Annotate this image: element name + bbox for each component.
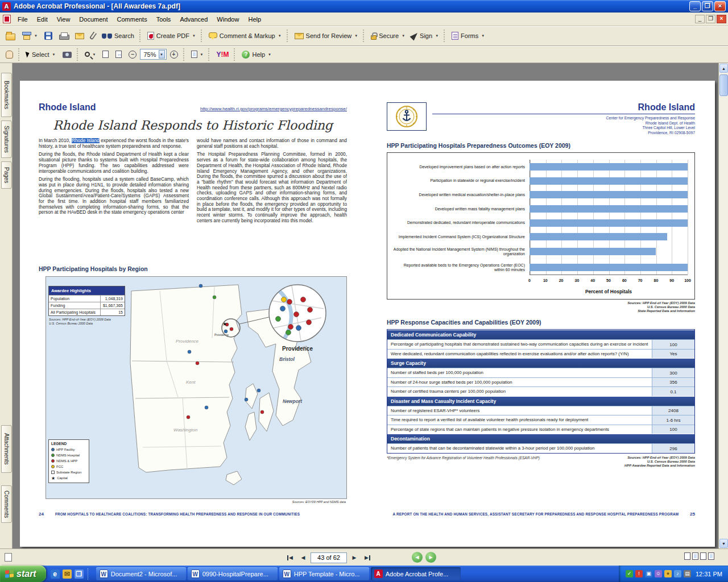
toolbar-grip — [444, 30, 446, 42]
sign-button[interactable]: Sign▼ — [408, 30, 442, 42]
next-page-button[interactable]: ▶ — [349, 552, 360, 563]
zoom-out-icon: − — [129, 51, 136, 59]
scroll-up-button[interactable]: ▲ — [719, 64, 728, 73]
menu-advanced[interactable]: Advanced — [175, 14, 212, 25]
tray-icon-messenger[interactable]: ☺ — [655, 570, 662, 577]
comment-markup-button[interactable]: Comment & Markup▼ — [205, 30, 285, 41]
menu-tools[interactable]: Tools — [152, 14, 176, 25]
vertical-scrollbar[interactable]: ▲ ▼ — [718, 63, 728, 548]
organizer-button[interactable]: ▼ — [19, 30, 41, 42]
taskbar-window[interactable]: WHPP Template - Micro... — [279, 567, 369, 580]
quicklaunch-ie-icon[interactable]: e — [51, 569, 60, 579]
region-label-newport: Newport — [283, 398, 303, 404]
menu-bar: FileEditViewDocumentCommentsToolsAdvance… — [0, 13, 728, 26]
chart-bar — [530, 264, 688, 271]
article-headline: Rhode Island Responds to Historic Floodi… — [39, 118, 347, 132]
menu-view[interactable]: View — [52, 14, 75, 25]
tray-icon-update[interactable]: ● — [664, 570, 672, 577]
tray-icon-network[interactable]: ▣ — [645, 570, 652, 577]
forms-button[interactable]: Forms▼ — [448, 30, 488, 42]
previous-view-button[interactable]: ◀ — [412, 552, 423, 563]
yahoo-messenger-button[interactable]: Y!M — [213, 48, 232, 61]
minimize-button[interactable]: _ — [689, 1, 701, 11]
page-indicator[interactable]: 43 of 62 — [311, 552, 347, 563]
mdi-close-button[interactable]: × — [717, 15, 726, 23]
zoom-tool-button[interactable]: ▼ — [81, 49, 100, 59]
taskbar-window[interactable]: AAdobe Acrobat Profe... — [371, 567, 461, 580]
fit-width-icon — [115, 51, 122, 58]
menu-window[interactable]: Window — [212, 14, 243, 25]
sidebar-tab-comments[interactable]: Comments — [1, 485, 12, 523]
menu-document[interactable]: Document — [75, 14, 112, 25]
chart-bar — [530, 233, 667, 240]
chart-tick-label: 50 — [606, 278, 611, 282]
toolbar-grip — [363, 30, 366, 42]
select-tool-button[interactable]: Select▼ — [23, 49, 59, 60]
search-button[interactable]: Search — [98, 30, 138, 41]
tray-icon-shield[interactable]: ✓ — [626, 570, 633, 577]
print-button[interactable] — [56, 30, 72, 42]
menu-comments[interactable]: Comments — [113, 14, 152, 25]
zoom-out-button[interactable]: − — [125, 48, 140, 61]
sidebar-tab-signatures[interactable]: Signatures — [1, 120, 12, 158]
start-button[interactable]: start — [0, 566, 46, 582]
email-button[interactable] — [72, 31, 88, 41]
chart-bar — [530, 248, 656, 255]
hand-tool-button[interactable] — [2, 48, 16, 61]
next-view-button[interactable]: ▶ — [425, 552, 436, 563]
zoom-in-button[interactable]: + — [167, 48, 181, 61]
help-button[interactable]: ?Help▼ — [238, 48, 275, 61]
page-display-button[interactable]: ▼ — [188, 48, 207, 60]
window-title: Adobe Acrobat Professional - [All Awarde… — [14, 2, 688, 10]
taskbar-window[interactable]: W0990-HospitalPrepare... — [188, 567, 278, 580]
map-sources: Sources: EOY09 HPP and NDMS data — [39, 500, 347, 504]
save-button[interactable] — [41, 30, 56, 42]
first-page-button[interactable]: ◀ — [284, 552, 296, 563]
create-pdf-button[interactable]: Create PDF▼ — [144, 30, 199, 42]
zoom-dropdown-icon[interactable]: ▼ — [159, 50, 165, 59]
scroll-down-button[interactable]: ▼ — [719, 539, 728, 548]
menu-edit[interactable]: Edit — [32, 14, 52, 25]
taskbar-window[interactable]: WDocument2 - Microsof... — [96, 567, 186, 580]
actual-size-button[interactable] — [99, 48, 112, 60]
quicklaunch-show-desktop-icon[interactable]: ❐ — [75, 569, 84, 579]
health-dept-url-link[interactable]: http://www.health.ri.gov/programs/emerge… — [96, 106, 347, 113]
sidebar-tab-bookmarks[interactable]: Bookmarks — [1, 73, 12, 117]
chart-tick-label: 10 — [543, 278, 548, 282]
mdi-restore-button[interactable]: ❐ — [706, 15, 715, 23]
chart-tick-label: 30 — [574, 278, 579, 282]
mdi-minimize-button[interactable]: _ — [695, 15, 705, 23]
tray-icon-alert[interactable]: ! — [635, 570, 643, 577]
menu-help[interactable]: Help — [243, 14, 266, 25]
forms-icon — [452, 32, 458, 40]
tray-icon-display[interactable]: ▤ — [684, 570, 691, 577]
fit-width-button[interactable] — [112, 48, 125, 60]
table-row: Percentage of state regions that can mai… — [387, 425, 694, 434]
open-button[interactable] — [2, 30, 19, 43]
chart-category-label: Developed written mass fatality manageme… — [393, 207, 530, 211]
sidebar-tab-pages[interactable]: Pages — [1, 161, 12, 189]
awardee-highlights-box: Awardee Highlights Population1,048,319Fu… — [48, 286, 125, 316]
tray-icon-volume[interactable]: ♪ — [674, 570, 681, 577]
zoom-level-combo[interactable]: 75%▼ — [140, 49, 166, 60]
continuous-page-button[interactable] — [692, 552, 698, 560]
sidebar-tab-attachments[interactable]: Attachments — [1, 425, 12, 473]
attach-button[interactable] — [88, 30, 98, 42]
single-page-button[interactable] — [684, 552, 690, 560]
last-page-button[interactable]: ▶ — [362, 552, 373, 563]
scrollbar-thumb[interactable] — [719, 74, 728, 96]
highlighted-text: Rhode Island — [72, 138, 100, 143]
pdf-document-icon[interactable] — [3, 15, 11, 23]
continuous-facing-button[interactable] — [708, 552, 714, 560]
article-column-2: would have names and contact information… — [197, 138, 347, 259]
previous-page-button[interactable]: ◀ — [297, 552, 309, 563]
secure-button[interactable]: Secure▼ — [367, 30, 408, 42]
quicklaunch-mail-icon[interactable]: ✉ — [63, 569, 72, 579]
restore-button[interactable]: ❐ — [702, 1, 713, 11]
close-button[interactable]: × — [714, 1, 726, 11]
menu-file[interactable]: File — [13, 14, 32, 25]
send-for-review-button[interactable]: Send for Review▼ — [291, 30, 362, 41]
snapshot-button[interactable] — [59, 48, 75, 60]
table-section-header: Surge Capacity — [387, 358, 694, 368]
facing-pages-button[interactable] — [700, 552, 706, 560]
